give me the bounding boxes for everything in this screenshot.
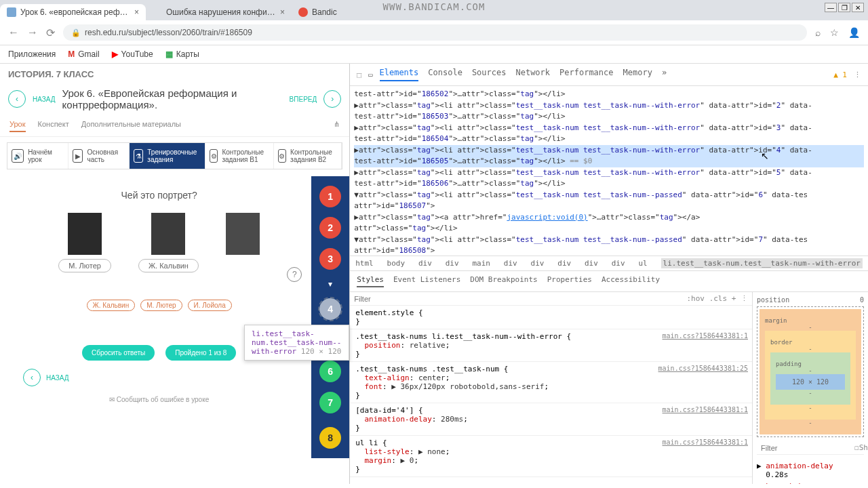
speaker-icon: 🔊 [12, 149, 24, 163]
module-tabs: 🔊Начнём урок ▶Основная часть ⚗Тренировоч… [7, 142, 342, 169]
module-test-b2[interactable]: ⚙Контрольные задания В2 [274, 143, 342, 169]
gear-icon: ⚙ [210, 149, 218, 163]
tab-network[interactable]: Network [515, 68, 550, 81]
css-rules: :hov .cls + ⋮ element.style {}.test__tas… [350, 292, 753, 484]
chip-2[interactable]: М. Лютер [140, 300, 182, 311]
task-num-7[interactable]: 7 [319, 392, 341, 413]
portrait-2[interactable]: Ж. Кальвин [138, 213, 199, 272]
tab-a11y[interactable]: Accessibility [601, 275, 660, 287]
back-link[interactable]: НАЗАД [33, 96, 56, 103]
back-icon[interactable]: ← [8, 26, 19, 39]
module-start[interactable]: 🔊Начнём урок [7, 143, 68, 169]
back-circle-icon[interactable]: ‹ [23, 369, 41, 386]
quiz-area: Чей это портрет? М. Лютер Ж. Кальвин Ж. … [7, 176, 311, 458]
computed-filter-input[interactable] [761, 444, 854, 452]
window-maximize[interactable]: ❐ [838, 3, 850, 12]
tab-sources[interactable]: Sources [472, 68, 507, 81]
browser-tab-3[interactable]: Bandic [292, 4, 344, 20]
answer-chips: Ж. Кальвин М. Лютер И. Лойола [14, 300, 304, 311]
tab-memory[interactable]: Memory [623, 68, 652, 81]
star-icon[interactable]: ☆ [830, 27, 839, 38]
module-test-b1[interactable]: ⚙Контрольные задания В1 [205, 143, 274, 169]
task-num-8[interactable]: 8 [319, 427, 341, 449]
more-icon[interactable]: » [662, 68, 667, 81]
bookmark-youtube[interactable]: ▶YouTube [112, 49, 153, 59]
add-rule-icon[interactable]: + [732, 294, 736, 303]
lesson-page: ИСТОРИЯ. 7 КЛАСС ‹ НАЗАД Урок 6. «Европе… [0, 64, 350, 484]
window-close[interactable]: ✕ [852, 3, 864, 12]
chip-1[interactable]: Ж. Кальвин [87, 300, 136, 311]
close-icon[interactable]: × [134, 7, 139, 17]
tab-performance[interactable]: Performance [559, 68, 613, 81]
search-icon[interactable]: ⌕ [815, 27, 821, 38]
watermark-text: WWW.BANDICAM.COM [383, 1, 486, 12]
tab-styles[interactable]: Styles [357, 275, 384, 287]
bookmarks-bar: Приложения MGmail ▶YouTube ▦Карты [0, 45, 868, 64]
task-num-6[interactable]: 6 [319, 361, 341, 382]
lesson-title: Урок 6. «Европейская реформация и контрр… [62, 87, 283, 110]
url-input[interactable]: 🔒 resh.edu.ru/subject/lesson/2060/train/… [63, 24, 807, 41]
chip-3[interactable]: И. Лойола [188, 300, 232, 311]
dom-breadcrumb[interactable]: html body div div main div div div div d… [350, 256, 868, 271]
settings-icon[interactable]: ⋮ [854, 70, 861, 79]
chevron-down-icon: ▾ [328, 279, 332, 289]
styles-filter-input[interactable] [354, 295, 686, 303]
more-icon[interactable]: ⋮ [741, 294, 748, 303]
tab-title: Ошибка нарушения конфиден [166, 7, 276, 17]
inspect-icon[interactable]: ⬚ [357, 70, 361, 79]
subtab-extra[interactable]: Дополнительные материалы [81, 120, 181, 132]
device-icon[interactable]: ▭ [368, 70, 373, 79]
task-number-list: 1 2 3 ▾ 4 5 6 7 8 [311, 176, 349, 458]
url-text: resh.edu.ru/subject/lesson/2060/train/#1… [85, 28, 252, 37]
apps-label[interactable]: Приложения [8, 49, 56, 59]
module-main[interactable]: ▶Основная часть [68, 143, 130, 169]
report-error-link[interactable]: ✉ Сообщить об ошибке в уроке [14, 396, 304, 403]
task-num-4[interactable]: 4 [319, 298, 341, 320]
box-model: margin- border- padding- 120 × 120 - - - [757, 306, 864, 437]
close-icon[interactable]: × [280, 7, 285, 17]
browser-tab-1[interactable]: Урок 6. «европейская реформа × [0, 4, 146, 20]
task-num-1[interactable]: 1 [319, 186, 341, 207]
portrait-3[interactable] [226, 213, 260, 272]
share-icon[interactable]: ⋔ [334, 120, 340, 132]
styles-tabs: Styles Event Listeners DOM Breakpoints P… [350, 271, 868, 292]
bookmark-gmail[interactable]: MGmail [68, 49, 99, 59]
lock-icon: 🔒 [71, 28, 81, 37]
play-icon: ▶ [73, 149, 83, 163]
module-training[interactable]: ⚗Тренировочные задания [130, 143, 205, 169]
profile-icon[interactable]: 👤 [848, 27, 860, 38]
tab-properties[interactable]: Properties [547, 275, 592, 287]
task-num-2[interactable]: 2 [319, 217, 341, 239]
address-bar: ← → ⟳ 🔒 resh.edu.ru/subject/lesson/2060/… [0, 20, 868, 45]
tab-listeners[interactable]: Event Listeners [393, 275, 460, 287]
portrait-1[interactable]: М. Лютер [58, 213, 111, 272]
task-num-3[interactable]: 3 [319, 248, 341, 270]
reset-button[interactable]: Сбросить ответы [82, 345, 155, 361]
window-controls: — ❐ ✕ [825, 3, 864, 12]
computed-panel: position0 margin- border- padding- 120 ×… [753, 292, 868, 484]
tab-console[interactable]: Console [428, 68, 462, 81]
forward-link[interactable]: ВПЕРЕД [290, 96, 317, 103]
bookmark-maps[interactable]: ▦Карты [165, 49, 199, 59]
gear-icon: ⚙ [278, 149, 287, 163]
reload-icon[interactable]: ⟳ [46, 26, 55, 39]
dom-tree[interactable]: test-attr">id="186502">…attr">class="tag… [350, 86, 868, 256]
cls-toggle[interactable]: .cls [709, 294, 728, 303]
devtools-panel: ⬚ ▭ Elements Console Sources Network Per… [350, 64, 868, 484]
browser-tab-2[interactable]: Ошибка нарушения конфиден × [146, 4, 292, 20]
tab-elements[interactable]: Elements [380, 68, 419, 81]
breadcrumb: ИСТОРИЯ. 7 КЛАСС [0, 64, 349, 85]
warning-badge[interactable]: ▲ 1 [833, 70, 847, 79]
window-minimize[interactable]: — [825, 3, 837, 12]
subtab-notes[interactable]: Конспект [38, 120, 69, 132]
tab-breakpoints[interactable]: DOM Breakpoints [470, 275, 537, 287]
back-link-bottom[interactable]: НАЗАД [46, 374, 69, 382]
hov-toggle[interactable]: :hov [687, 294, 705, 303]
forward-icon[interactable]: → [27, 26, 38, 39]
question-text: Чей это портрет? [14, 190, 304, 201]
back-circle-icon[interactable]: ‹ [8, 90, 26, 108]
progress-button[interactable]: Пройдено 1 из 8 [165, 345, 236, 361]
subtab-lesson[interactable]: Урок [9, 120, 26, 132]
forward-circle-icon[interactable]: › [323, 90, 341, 108]
tab-title: Bandic [312, 7, 337, 17]
